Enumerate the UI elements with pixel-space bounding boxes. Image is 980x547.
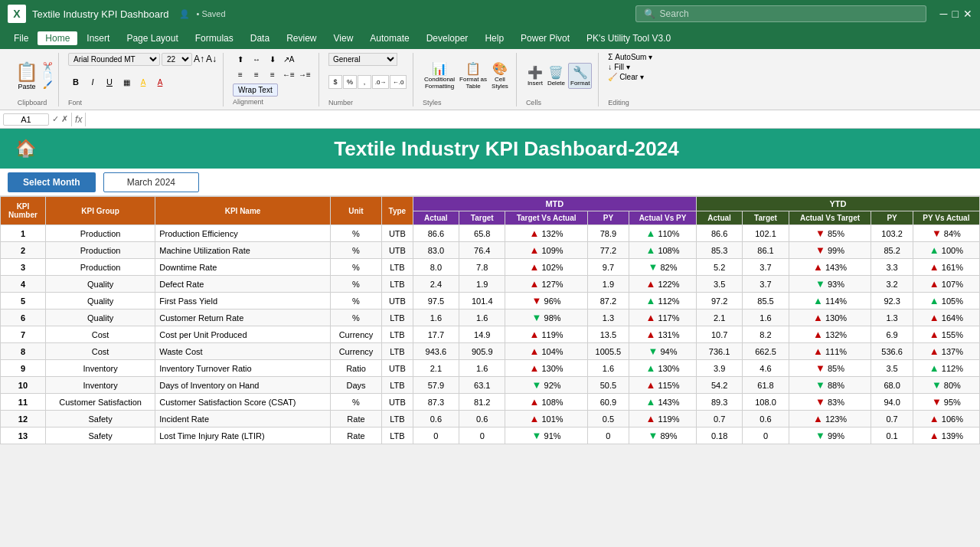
cut-btn[interactable]: ✂️ [43, 62, 52, 70]
menu-file[interactable]: File [6, 31, 36, 45]
ribbon: 📋 Paste ✂️ 📄 🖌️ Clipboard Arial Rounded … [0, 49, 980, 110]
menu-insert[interactable]: Insert [79, 31, 117, 45]
number-label: Number [328, 99, 407, 106]
cell-mtd-py: 1.3 [587, 310, 629, 326]
menu-bar: File Home Insert Page Layout Formulas Da… [0, 28, 980, 49]
number-format-selector[interactable]: General [328, 53, 397, 66]
align-top-btn[interactable]: ⬆ [233, 53, 248, 67]
cell-mtd-py: 1.6 [587, 360, 629, 377]
cell-mtd-avp: ▲ 108% [629, 242, 697, 259]
cell-mtd-actual: 97.5 [413, 293, 459, 310]
decrease-indent-btn[interactable]: ←≡ [281, 68, 296, 82]
maximize-btn[interactable]: □ [952, 8, 959, 20]
align-right-btn[interactable]: ≡ [265, 68, 280, 82]
col-ytd-target: Target [743, 211, 789, 225]
decrease-decimal-btn[interactable]: ←.0 [390, 75, 407, 89]
cell-mtd-tva: ▼ 98% [505, 310, 587, 326]
menu-developer[interactable]: Developer [419, 31, 476, 45]
number-group: General $ % , .0→ ←.0 Number [322, 53, 413, 106]
border-btn[interactable]: ▦ [119, 74, 134, 90]
saved-badge: • Saved [196, 9, 225, 18]
format-as-table-btn[interactable]: 📋Format asTable [458, 60, 488, 91]
app-title: Textile Industry KPI Dashboard [32, 8, 168, 20]
cell-ytd-actual: 89.3 [696, 394, 742, 411]
underline-btn[interactable]: U [102, 74, 117, 90]
font-selector[interactable]: Arial Rounded MT [68, 53, 160, 66]
increase-indent-btn[interactable]: →≡ [297, 68, 312, 82]
cell-ytd-py: 6.9 [871, 326, 913, 343]
currency-btn[interactable]: $ [328, 75, 342, 89]
cell-ytd-py: 94.0 [871, 394, 913, 411]
cell-type: UTB [382, 394, 413, 411]
menu-automate[interactable]: Automate [362, 31, 416, 45]
comma-btn[interactable]: , [358, 75, 371, 89]
cell-ytd-target: 108.0 [743, 394, 789, 411]
cell-reference-input[interactable] [3, 113, 49, 126]
menu-view[interactable]: View [326, 31, 361, 45]
cell-kpi-num: 2 [1, 242, 46, 259]
search-bar[interactable]: 🔍 Search [635, 5, 926, 22]
format-btn[interactable]: 🔧Format [568, 63, 592, 89]
cell-kpi-group: Cost [45, 343, 155, 360]
fill-color-btn[interactable]: A [136, 74, 151, 90]
percent-btn[interactable]: % [343, 75, 357, 89]
font-color-btn[interactable]: A [152, 74, 168, 90]
fill-btn[interactable]: ↓ Fill ▾ [608, 63, 652, 71]
cell-unit: % [330, 394, 381, 411]
menu-help[interactable]: Help [477, 31, 511, 45]
cell-ytd-pva: ▲ 106% [913, 411, 979, 427]
cell-mtd-avp: ▼ 89% [629, 427, 697, 444]
cell-ytd-py: 85.2 [871, 242, 913, 259]
cell-ytd-pva: ▲ 105% [913, 293, 979, 310]
orientation-btn[interactable]: ↗A [281, 53, 296, 67]
font-size-selector[interactable]: 22 [162, 53, 192, 66]
cell-kpi-num: 13 [1, 427, 46, 444]
copy-btn[interactable]: 📄 [43, 71, 52, 80]
insert-btn[interactable]: ➕Insert [526, 64, 544, 88]
close-btn[interactable]: ✕ [963, 8, 972, 20]
cell-ytd-py: 1.3 [871, 310, 913, 326]
menu-formulas[interactable]: Formulas [188, 31, 241, 45]
cell-mtd-target: 1.9 [459, 276, 505, 293]
align-middle-btn[interactable]: ↔ [249, 53, 264, 67]
col-header-kpi-name: KPI Name [155, 197, 331, 225]
menu-utility-tool[interactable]: PK's Utility Tool V3.0 [579, 31, 678, 45]
cell-ytd-pva: ▼ 80% [913, 377, 979, 394]
cell-styles-btn[interactable]: 🎨CellStyles [490, 60, 510, 91]
increase-decimal-btn[interactable]: .0→ [372, 75, 389, 89]
clear-btn[interactable]: 🧹 Clear ▾ [608, 73, 652, 81]
increase-font-btn[interactable]: A↑ [194, 54, 204, 64]
cell-ytd-actual: 0.18 [696, 427, 742, 444]
align-left-btn[interactable]: ≡ [233, 68, 248, 82]
cell-ytd-actual: 0.7 [696, 411, 742, 427]
cell-ytd-actual: 736.1 [696, 343, 742, 360]
menu-page-layout[interactable]: Page Layout [119, 31, 185, 45]
delete-btn[interactable]: 🗑️Delete [546, 64, 567, 88]
menu-power-pivot[interactable]: Power Pivot [513, 31, 577, 45]
cell-ytd-pva: ▲ 107% [913, 276, 979, 293]
menu-review[interactable]: Review [279, 31, 324, 45]
italic-btn[interactable]: I [85, 74, 100, 90]
select-month-btn[interactable]: Select Month [8, 172, 96, 192]
menu-home[interactable]: Home [38, 31, 77, 45]
wrap-text-btn[interactable]: Wrap Text [233, 84, 278, 97]
cell-mtd-target: 0 [459, 427, 505, 444]
cell-kpi-name: Inventory Turnover Ratio [155, 360, 331, 377]
autosum-btn[interactable]: Σ AutoSum ▾ [608, 53, 652, 61]
cell-mtd-actual: 0 [413, 427, 459, 444]
formula-input[interactable] [89, 114, 977, 125]
cell-kpi-group: Production [45, 225, 155, 242]
paste-btn[interactable]: 📋 Paste [12, 60, 41, 92]
format-painter-btn[interactable]: 🖌️ [43, 80, 52, 89]
align-bottom-btn[interactable]: ⬇ [265, 53, 280, 67]
bold-btn[interactable]: B [68, 74, 83, 90]
conditional-formatting-btn[interactable]: 📊ConditionalFormatting [423, 60, 456, 91]
decrease-font-btn[interactable]: A↓ [206, 54, 217, 64]
menu-data[interactable]: Data [243, 31, 277, 45]
cell-ytd-target: 85.5 [743, 293, 789, 310]
col-header-kpi-group: KPI Group [45, 197, 155, 225]
minimize-btn[interactable]: ─ [940, 8, 948, 20]
cell-kpi-group: Inventory [45, 360, 155, 377]
align-center-btn[interactable]: ≡ [249, 68, 264, 82]
cell-ytd-target: 86.1 [743, 242, 789, 259]
